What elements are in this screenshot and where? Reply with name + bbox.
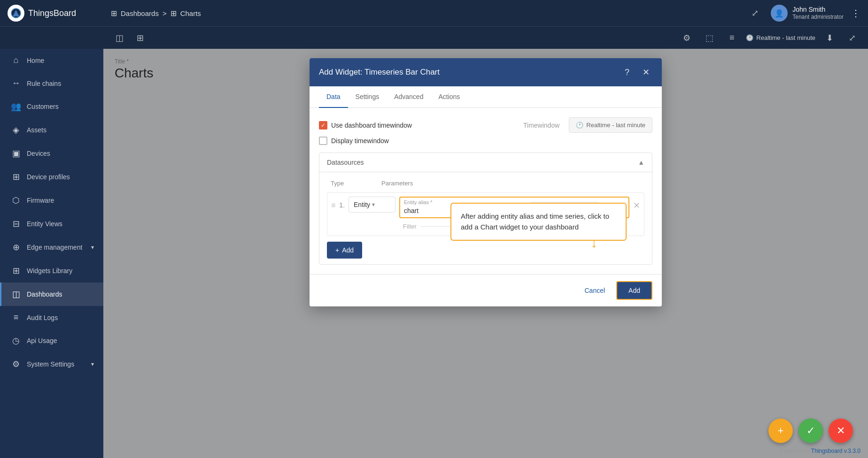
modal-body: ✓ Use dashboard timewindow Timewindow 🕐 … bbox=[310, 108, 662, 274]
modal-header-icons: ? ✕ bbox=[620, 66, 652, 79]
filter-icon[interactable]: ≡ bbox=[723, 30, 740, 46]
sidebar-item-label: Edge management bbox=[27, 244, 82, 251]
remove-datasource-icon[interactable]: ✕ bbox=[633, 197, 640, 211]
chevron-down-icon: ▾ bbox=[91, 361, 94, 367]
breadcrumb-dashboards[interactable]: Dashboards bbox=[121, 9, 159, 17]
modal-footer: Cancel Add bbox=[310, 274, 662, 306]
app-name: ThingsBoard bbox=[28, 8, 76, 18]
filter-label: Filter bbox=[403, 223, 417, 230]
fullscreen-icon[interactable]: ⤢ bbox=[746, 5, 763, 22]
sidebar-item-home[interactable]: ⌂ Home bbox=[0, 49, 103, 72]
user-text: John Smith Tenant administrator bbox=[792, 5, 844, 21]
user-info: 👤 John Smith Tenant administrator bbox=[771, 5, 844, 22]
sidebar-item-device-profiles[interactable]: ⊞ Device profiles bbox=[0, 165, 103, 189]
sidebar-item-entity-views[interactable]: ⊟ Entity Views bbox=[0, 212, 103, 236]
dashboards-icon: ◫ bbox=[11, 289, 21, 299]
tab-settings[interactable]: Settings bbox=[348, 86, 387, 108]
api-usage-icon: ◷ bbox=[11, 336, 21, 346]
tab-data[interactable]: Data bbox=[319, 86, 348, 108]
datasources-columns: Type Parameters bbox=[327, 178, 644, 189]
user-name: John Smith bbox=[792, 5, 844, 14]
download-icon[interactable]: ⬇ bbox=[821, 30, 838, 46]
datasource-type-label: Entity bbox=[354, 201, 370, 208]
add-datasource-button[interactable]: + Add bbox=[327, 242, 362, 259]
tab-advanced[interactable]: Advanced bbox=[387, 86, 431, 108]
sidebar-item-label: Audit Logs bbox=[27, 314, 58, 321]
powered-by: Powered by Thingsboard v.3.3.0 bbox=[780, 448, 860, 454]
sidebar-item-label: Api Usage bbox=[27, 337, 57, 344]
assets-icon: ◈ bbox=[11, 125, 21, 135]
grid-icon[interactable]: ⊞ bbox=[132, 30, 148, 46]
help-icon[interactable]: ? bbox=[620, 66, 634, 79]
thingsboard-version-link[interactable]: Thingsboard v.3.3.0 bbox=[811, 448, 860, 454]
display-timewindow-label[interactable]: Display timewindow bbox=[319, 137, 652, 145]
add-widget-button[interactable]: Add bbox=[616, 281, 652, 300]
close-icon[interactable]: ✕ bbox=[639, 66, 652, 79]
secondary-toolbar: ◫ ⊞ ⚙ ⬚ ≡ 🕐 Realtime - last minute ⬇ ⤢ bbox=[0, 26, 868, 49]
params-column-header: Parameters bbox=[381, 180, 641, 187]
expand-icon[interactable]: ⤢ bbox=[844, 30, 860, 46]
modal-header: Add Widget: Timeseries Bar Chart ? ✕ bbox=[310, 58, 662, 86]
sidebar-item-label: Dashboards bbox=[27, 290, 62, 298]
sidebar-item-label: System Settings bbox=[27, 360, 74, 368]
fab-confirm-button[interactable]: ✓ bbox=[798, 419, 823, 443]
sidebar-item-label: Device profiles bbox=[27, 173, 70, 181]
sidebar-item-label: Widgets Library bbox=[27, 267, 72, 275]
layers-icon[interactable]: ◫ bbox=[111, 30, 128, 46]
sidebar-item-edge-management[interactable]: ⊕ Edge management ▾ bbox=[0, 236, 103, 259]
app-logo[interactable]: ThingsBoard bbox=[8, 5, 111, 22]
timewindow-value-button[interactable]: 🕐 Realtime - last minute bbox=[569, 117, 652, 133]
powered-by-text: Powered by bbox=[780, 448, 809, 454]
tooltip-arrow-icon: ↓ bbox=[591, 233, 597, 253]
realtime-label: Realtime - last minute bbox=[756, 34, 815, 41]
drag-handle-icon[interactable]: ≡ bbox=[331, 197, 335, 210]
fab-cancel-button[interactable]: ✕ bbox=[829, 419, 853, 443]
type-column-header: Type bbox=[331, 180, 378, 187]
customers-icon: 👥 bbox=[11, 101, 21, 112]
use-dashboard-timewindow-checkbox[interactable]: ✓ bbox=[319, 121, 327, 130]
sidebar-item-audit-logs[interactable]: ≡ Audit Logs bbox=[0, 306, 103, 329]
sidebar-item-label: Firmware bbox=[27, 197, 54, 204]
sidebar-item-customers[interactable]: 👥 Customers bbox=[0, 95, 103, 118]
fab-add-button[interactable]: + bbox=[768, 419, 793, 443]
sidebar-item-system-settings[interactable]: ⚙ System Settings ▾ bbox=[0, 352, 103, 376]
audit-logs-icon: ≡ bbox=[11, 313, 21, 322]
datasource-type-select[interactable]: Entity ▾ bbox=[349, 197, 395, 213]
breadcrumb-separator: > bbox=[163, 9, 167, 17]
use-dashboard-timewindow-text: Use dashboard timewindow bbox=[331, 122, 412, 129]
display-timewindow-checkbox[interactable] bbox=[319, 137, 327, 145]
timewindow-value: Realtime - last minute bbox=[586, 122, 645, 129]
sidebar-item-firmware[interactable]: ⬡ Firmware bbox=[0, 189, 103, 212]
more-options-icon[interactable]: ⋮ bbox=[851, 8, 860, 19]
sidebar-item-rule-chains[interactable]: ↔ Rule chains bbox=[0, 72, 103, 95]
chart-icon[interactable]: ⬚ bbox=[701, 30, 718, 46]
firmware-icon: ⬡ bbox=[11, 195, 21, 206]
datasources-header[interactable]: Datasources ▲ bbox=[319, 153, 652, 172]
breadcrumb-charts[interactable]: Charts bbox=[180, 9, 201, 17]
breadcrumb: ⊞ Dashboards > ⊞ Charts bbox=[111, 9, 746, 18]
use-dashboard-timewindow-row: ✓ Use dashboard timewindow Timewindow 🕐 … bbox=[319, 117, 652, 133]
clock-small-icon: 🕐 bbox=[576, 122, 583, 129]
home-icon: ⌂ bbox=[11, 55, 21, 65]
chevron-down-icon: ▾ bbox=[91, 244, 94, 251]
sidebar-item-dashboards[interactable]: ◫ Dashboards bbox=[0, 282, 103, 306]
fab-container: + ✓ ✕ bbox=[768, 419, 853, 443]
sidebar-item-widgets-library[interactable]: ⊞ Widgets Library bbox=[0, 259, 103, 282]
edge-management-icon: ⊕ bbox=[11, 242, 21, 252]
sidebar-item-devices[interactable]: ▣ Devices bbox=[0, 142, 103, 165]
top-navigation: ThingsBoard ⊞ Dashboards > ⊞ Charts ⤢ 👤 … bbox=[0, 0, 868, 26]
entity-views-icon: ⊟ bbox=[11, 219, 21, 229]
sidebar-item-assets[interactable]: ◈ Assets bbox=[0, 118, 103, 142]
content-area: Title * Charts Add Widget: Timeseries Ba… bbox=[103, 49, 868, 458]
sidebar-item-label: Entity Views bbox=[27, 220, 62, 228]
sidebar-item-api-usage[interactable]: ◷ Api Usage bbox=[0, 329, 103, 352]
cancel-button[interactable]: Cancel bbox=[579, 283, 611, 298]
realtime-button[interactable]: 🕐 Realtime - last minute bbox=[746, 34, 815, 41]
modal-title: Add Widget: Timeseries Bar Chart bbox=[319, 68, 620, 77]
rule-chains-icon: ↔ bbox=[11, 78, 21, 88]
clock-icon: 🕐 bbox=[746, 34, 753, 41]
settings-icon[interactable]: ⚙ bbox=[678, 30, 695, 46]
tooltip-box: After adding entity alias and time serie… bbox=[450, 203, 627, 241]
use-dashboard-timewindow-label[interactable]: ✓ Use dashboard timewindow bbox=[319, 121, 412, 130]
tab-actions[interactable]: Actions bbox=[431, 86, 467, 108]
